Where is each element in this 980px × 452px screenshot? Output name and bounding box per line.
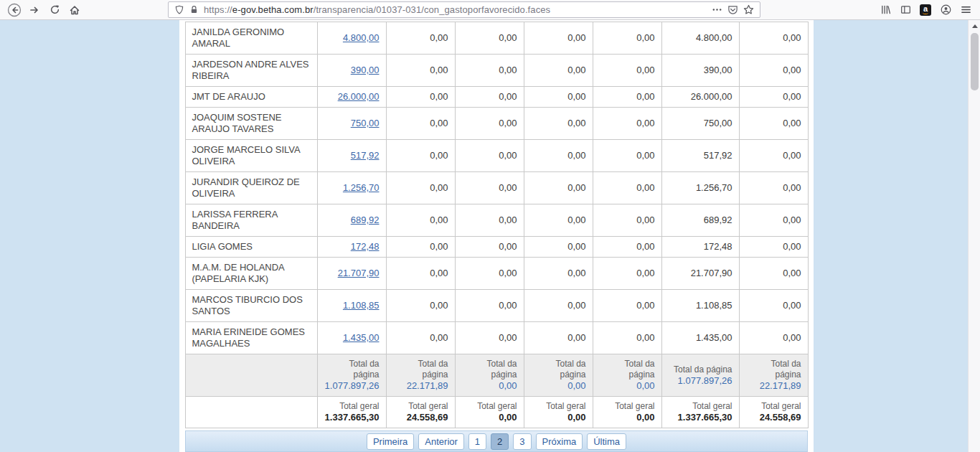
back-button[interactable] [4,1,24,19]
amount-cell: 21.707,90 [661,258,739,290]
pager-ultima[interactable]: Última [587,433,626,450]
amount-detail-link[interactable]: 21.707,90 [338,268,380,278]
address-bar[interactable]: https://e-gov.betha.com.br/transparencia… [168,1,760,18]
total-label: Total da página [393,359,448,380]
amount-cell: 0,00 [386,172,455,204]
amount-cell: 0,00 [739,172,808,204]
amount-detail-link[interactable]: 1.108,85 [343,300,380,311]
expenses-by-beneficiary-table: JANILDA GERONIMO AMARAL4.800,000,000,000… [185,22,809,428]
total-label: Total da página [669,364,732,375]
amount-cell: 0,00 [386,140,455,172]
pager-2[interactable]: 2 [491,433,509,450]
total-value: 0,00 [531,412,586,423]
total-value: 22.171,89 [393,380,448,392]
amount-cell: 0,00 [524,140,593,172]
amount-cell: 0,00 [386,258,455,290]
total-label: Total da página [746,359,801,380]
amount-detail-link[interactable]: 517,92 [351,150,380,161]
linked-amount-cell: 517,92 [317,140,386,172]
total-label: Total da página [324,359,380,380]
grand-total-cell: Total geral24.558,69 [386,397,455,428]
amount-detail-link[interactable]: 750,00 [351,118,380,128]
bookmark-star-icon[interactable] [743,4,754,15]
pocket-icon[interactable] [727,4,738,15]
amazon-icon[interactable] [915,1,936,19]
sidebar-icon[interactable] [895,1,915,19]
amount-cell: 26.000,00 [661,87,739,108]
reload-button[interactable] [44,1,65,19]
favorecido-name-cell: MARCOS TIBURCIO DOS SANTOS [185,290,317,322]
amount-cell: 0,00 [593,140,661,172]
amount-detail-link[interactable]: 689,92 [351,215,380,225]
amount-detail-link[interactable]: 1.435,00 [343,332,380,343]
amount-cell: 0,00 [524,108,593,140]
pager-anterior[interactable]: Anterior [418,433,464,450]
grand-total-cell: Total geral0,00 [455,397,524,428]
scrollbar-thumb[interactable] [971,33,979,90]
scrollbar[interactable] [968,20,980,452]
amount-detail-link[interactable]: 26.000,00 [338,91,380,102]
amount-cell: 0,00 [386,322,455,354]
scroll-up-arrow[interactable] [969,20,980,32]
grand-total-cell: Total geral0,00 [524,397,593,428]
pagination: PrimeiraAnterior123PróximaÚltima [185,430,808,452]
forward-button[interactable] [24,1,44,19]
library-icon[interactable] [875,1,895,19]
amount-detail-link[interactable]: 390,00 [351,65,380,75]
amount-detail-link[interactable]: 1.256,70 [343,182,380,193]
linked-amount-cell: 1.108,85 [317,290,386,322]
menu-icon[interactable] [956,1,976,19]
amount-cell: 0,00 [593,237,661,258]
pager-1[interactable]: 1 [468,433,486,450]
pager-proxima[interactable]: Próxima [536,433,583,450]
amount-cell: 0,00 [455,87,524,108]
grand-total-cell: Total geral1.337.665,30 [317,397,386,428]
amount-cell: 0,00 [739,108,808,140]
amount-detail-link[interactable]: 4.800,00 [343,32,380,43]
total-label: Total geral [600,401,655,412]
amount-cell: 0,00 [593,108,661,140]
amount-cell: 0,00 [386,22,455,55]
total-value: 0,00 [600,380,655,392]
grand-total-spacer-cell [185,397,317,428]
amount-detail-link[interactable]: 172,48 [351,241,380,252]
page-background: JANILDA GERONIMO AMARAL4.800,000,000,000… [0,20,968,452]
amount-cell: 689,92 [661,204,739,237]
table-row: LARISSA FERRERA BANDEIRA689,920,000,000,… [185,204,808,237]
table-row: MARCOS TIBURCIO DOS SANTOS1.108,850,000,… [185,290,808,322]
amount-cell: 0,00 [524,290,593,322]
total-value: 1.077.897,26 [669,375,732,387]
total-label: Total geral [462,401,517,412]
amount-cell: 0,00 [455,22,524,55]
url-domain: e-gov.betha.com.br [232,4,314,15]
lock-icon[interactable] [189,5,199,14]
favorecido-name-cell: JARDESON ANDRE ALVES RIBEIRA [185,55,317,87]
tracking-protection-shield-icon[interactable] [174,5,184,15]
amount-cell: 0,00 [524,204,593,237]
linked-amount-cell: 26.000,00 [317,87,386,108]
table-row: JURANDIR QUEIROZ DE OLIVEIRA1.256,700,00… [185,172,808,204]
total-label: Total geral [531,401,586,412]
pager-3[interactable]: 3 [513,433,531,450]
total-value: 24.558,69 [393,412,448,423]
amount-cell: 0,00 [455,322,524,354]
grand-total-cell: Total geral0,00 [593,397,661,428]
account-icon[interactable] [936,1,956,19]
table-row: LIGIA GOMES172,480,000,000,000,00172,480… [185,237,808,258]
page-total-cell: Total da página22.171,89 [739,354,808,397]
page-actions-icon[interactable] [712,4,722,15]
linked-amount-cell: 390,00 [317,55,386,87]
linked-amount-cell: 21.707,90 [317,258,386,290]
total-label: Total da página [462,359,517,380]
amount-cell: 0,00 [739,237,808,258]
page-total-cell: Total da página1.077.897,26 [317,354,386,397]
pager-primeira[interactable]: Primeira [367,433,414,450]
amount-cell: 0,00 [593,22,661,55]
grand-total-row: Total geral1.337.665,30Total geral24.558… [185,397,808,428]
home-button[interactable] [65,1,85,19]
amount-cell: 0,00 [524,322,593,354]
page-total-cell: Total da página0,00 [524,354,593,397]
amount-cell: 1.108,85 [661,290,739,322]
linked-amount-cell: 4.800,00 [317,22,386,55]
favorecido-name-cell: M.A.M. DE HOLANDA (PAPELARIA KJK) [185,258,317,290]
